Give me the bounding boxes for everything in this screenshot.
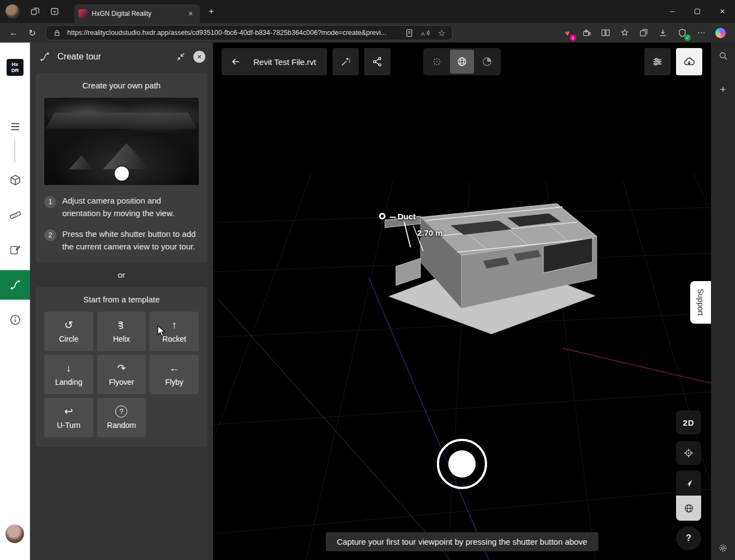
template-rocket-button[interactable]: ↑ Rocket <box>150 312 199 351</box>
template-random-button[interactable]: ? Random <box>97 398 146 437</box>
tab-actions-icon[interactable] <box>46 3 63 20</box>
shutter-button[interactable] <box>437 439 487 489</box>
locate-button[interactable] <box>676 441 701 465</box>
window-close-button[interactable]: ✕ <box>710 0 735 23</box>
template-flyby-button[interactable]: ← Flyby <box>150 355 199 394</box>
template-label: Helix <box>113 335 130 343</box>
navigate-arrow-button[interactable] <box>676 470 701 496</box>
own-path-title: Create your own path <box>44 81 199 90</box>
instruction-step-2: 2 Press the white shutter button to add … <box>44 228 199 253</box>
magic-wand-button[interactable] <box>333 48 359 75</box>
template-landing-button[interactable]: ↓ Landing <box>44 355 93 394</box>
essentials-badge: 3 <box>570 34 576 41</box>
template-label: Random <box>107 421 136 430</box>
sidebar-divider <box>14 139 15 163</box>
template-helix-button[interactable]: Helix <box>97 312 146 351</box>
template-grid: ↺ Circle Helix ↑ Rocket ↓ Landing <box>44 312 199 437</box>
sidebar-menu-button[interactable] <box>0 115 30 139</box>
arc-arrow-icon: ↷ <box>117 362 126 374</box>
render-mode-toggle <box>423 48 501 75</box>
annotation-leader-line <box>390 217 396 218</box>
tab-title: HxGN Digital Reality <box>92 10 181 17</box>
shutter-button-inner[interactable] <box>448 450 476 478</box>
read-aloud-icon[interactable]: A <box>419 27 431 39</box>
sidebar-item-tour[interactable] <box>0 270 30 300</box>
support-tab[interactable]: Support <box>690 281 711 324</box>
template-uturn-button[interactable]: ↩ U-Turn <box>44 398 93 437</box>
svg-text:A: A <box>421 30 425 36</box>
instruction-step-1: 1 Adjust camera position and orientation… <box>44 195 199 219</box>
refresh-icon[interactable]: ↻ <box>24 25 40 40</box>
share-button[interactable] <box>364 48 390 75</box>
page-tools-icon[interactable] <box>403 27 415 39</box>
hxdr-logo[interactable]: Hx DR <box>7 59 23 76</box>
create-tour-panel: Create tour ✕ Create your own path 1 Adj… <box>30 43 213 560</box>
thumbnail-shutter-dot <box>115 166 129 181</box>
step-1-text: Adjust camera position and orientation b… <box>62 195 199 219</box>
favorites-hub-icon[interactable] <box>618 26 632 40</box>
template-label: Flyover <box>109 378 134 386</box>
window-maximize-button[interactable] <box>685 0 710 23</box>
window-minimize-button[interactable]: ─ <box>660 0 685 23</box>
view-settings-button[interactable] <box>644 48 671 75</box>
step-2-number: 2 <box>44 229 56 241</box>
close-panel-icon[interactable]: ✕ <box>193 51 205 63</box>
favorite-star-icon[interactable]: ☆ <box>436 27 448 39</box>
browser-protection-icon[interactable]: ✓ <box>675 26 689 40</box>
annotation-label: Duct <box>398 212 416 221</box>
solid-mode-icon[interactable] <box>475 50 499 74</box>
helix-icon <box>116 319 126 331</box>
duct-point-marker[interactable] <box>379 213 386 219</box>
browser-profile-avatar[interactable] <box>5 4 20 19</box>
templates-title: Start from a template <box>44 295 199 304</box>
thumbnail-pyramid <box>103 143 150 169</box>
tab-close-icon[interactable]: ✕ <box>186 9 195 19</box>
uturn-arrow-icon: ↩ <box>64 406 73 418</box>
help-button[interactable]: ? <box>676 526 701 550</box>
template-label: Circle <box>59 335 79 343</box>
template-circle-button[interactable]: ↺ Circle <box>44 312 93 351</box>
collections-icon[interactable] <box>637 26 651 40</box>
user-avatar[interactable] <box>5 525 24 543</box>
address-bar[interactable]: https://realitycloudstudio.hxdr.app/asse… <box>46 25 453 40</box>
workspaces-icon[interactable] <box>27 3 43 20</box>
viewport-back-button[interactable] <box>222 48 250 75</box>
download-cloud-button[interactable] <box>676 48 702 75</box>
extensions-icon[interactable] <box>579 26 594 40</box>
sidebar-item-annotate[interactable] <box>0 238 30 262</box>
browser-essentials-icon[interactable]: ♥ 3 <box>560 26 574 40</box>
copilot-icon[interactable] <box>713 26 727 40</box>
split-screen-icon[interactable] <box>598 26 613 40</box>
browser-toolbar: ← ↻ https://realitycloudstudio.hxdr.app/… <box>0 23 735 43</box>
measurement-value: 2.70 m <box>417 228 443 237</box>
circle-loop-icon: ↺ <box>64 319 73 331</box>
toggle-2d-button[interactable]: 2D <box>676 410 701 434</box>
new-tab-button[interactable]: + <box>203 3 220 20</box>
file-title-bar: Revit Test File.rvt <box>222 48 327 75</box>
back-nav-icon[interactable]: ← <box>5 25 22 40</box>
search-icon[interactable] <box>715 48 731 63</box>
sidebar-item-measure[interactable] <box>0 203 30 227</box>
step-1-number: 1 <box>44 196 56 208</box>
browser-titlebar: HxGN Digital Reality ✕ + ─ ✕ <box>0 0 735 23</box>
arrow-down-icon: ↓ <box>66 362 72 374</box>
viewport-3d[interactable]: Duct 2.70 m Revit Test File.rvt <box>213 43 711 560</box>
browser-tab[interactable]: HxGN Digital Reality ✕ <box>74 4 200 23</box>
point-cloud-mode-icon[interactable] <box>425 50 449 74</box>
revit-model[interactable] <box>374 195 609 381</box>
tour-panel-header: Create tour ✕ <box>30 43 213 71</box>
settings-menu-icon[interactable]: ⋯ <box>694 26 708 40</box>
sidebar-item-info[interactable] <box>0 308 30 332</box>
template-flyover-button[interactable]: ↷ Flyover <box>97 355 146 394</box>
add-sidebar-item-icon[interactable]: + <box>715 82 731 97</box>
url-text: https://realitycloudstudio.hxdr.app/asse… <box>67 29 399 37</box>
collapse-panel-icon[interactable] <box>174 50 188 64</box>
globe-view-button[interactable] <box>676 496 701 521</box>
tour-preview-thumbnail[interactable] <box>44 98 199 185</box>
site-info-lock-icon[interactable] <box>51 27 63 39</box>
sidebar-item-assets[interactable] <box>0 168 30 192</box>
mesh-mode-icon[interactable] <box>450 50 474 74</box>
navigation-group <box>676 470 701 521</box>
downloads-icon[interactable] <box>656 26 670 40</box>
gear-icon[interactable] <box>715 540 731 556</box>
